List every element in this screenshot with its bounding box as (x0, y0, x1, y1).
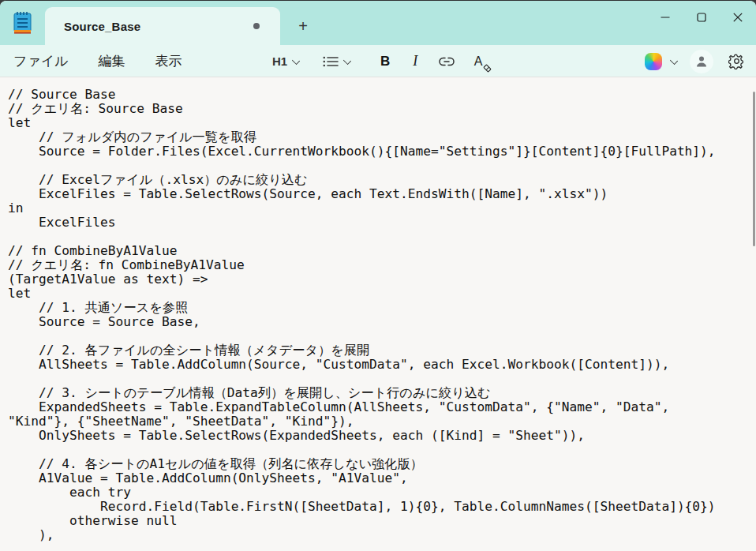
list-dropdown-button[interactable] (319, 49, 354, 74)
link-icon (437, 54, 456, 69)
italic-button[interactable]: I (403, 49, 427, 74)
heading-label: H1 (272, 54, 287, 68)
maximize-button[interactable] (683, 1, 720, 34)
italic-icon: I (413, 53, 417, 69)
bold-icon: B (380, 54, 390, 69)
text-editor[interactable]: // Source Base // クエリ名: Source Base let … (0, 77, 756, 551)
editor-area: // Source Base // クエリ名: Source Base let … (0, 77, 756, 551)
menu-view[interactable]: 表示 (154, 49, 184, 73)
vertical-scrollbar[interactable] (753, 92, 755, 246)
unsaved-indicator-icon (253, 23, 260, 29)
heading-dropdown-button[interactable]: H1 (268, 49, 303, 74)
window-controls (647, 1, 756, 36)
menubar: ファイル 編集 表示 H1 (0, 45, 756, 77)
clear-formatting-button[interactable]: A (466, 49, 490, 74)
chevron-down-icon (292, 58, 299, 65)
link-button[interactable] (433, 49, 460, 74)
chevron-down-icon (670, 58, 677, 65)
new-tab-button[interactable]: + (292, 15, 314, 37)
notepad-app-icon (12, 10, 33, 35)
bold-button[interactable]: B (373, 49, 397, 74)
titlebar-right-tools (645, 45, 747, 77)
formatting-toolbar: H1 B (268, 45, 490, 77)
account-button[interactable] (690, 50, 713, 73)
menus: ファイル 編集 表示 (0, 49, 211, 73)
minimize-button[interactable] (647, 1, 683, 34)
tab-source-base[interactable]: Source_Base (45, 7, 280, 45)
close-button[interactable] (720, 1, 756, 34)
copilot-button[interactable] (645, 53, 677, 70)
person-icon (694, 54, 709, 69)
titlebar: Source_Base + (0, 1, 756, 45)
settings-button[interactable] (726, 50, 747, 73)
maximize-icon (697, 13, 706, 22)
copilot-icon (645, 53, 662, 70)
clear-formatting-icon: A (474, 54, 483, 69)
bulleted-list-icon (323, 54, 339, 69)
minimize-icon (661, 13, 670, 22)
notepad-window: Source_Base + (0, 0, 756, 551)
menu-edit[interactable]: 編集 (97, 49, 127, 73)
close-icon (733, 13, 743, 22)
tab-title: Source_Base (64, 20, 140, 33)
chevron-down-icon (343, 58, 350, 65)
menu-file[interactable]: ファイル (12, 49, 70, 73)
eraser-icon (483, 64, 492, 73)
gear-icon (728, 53, 745, 69)
